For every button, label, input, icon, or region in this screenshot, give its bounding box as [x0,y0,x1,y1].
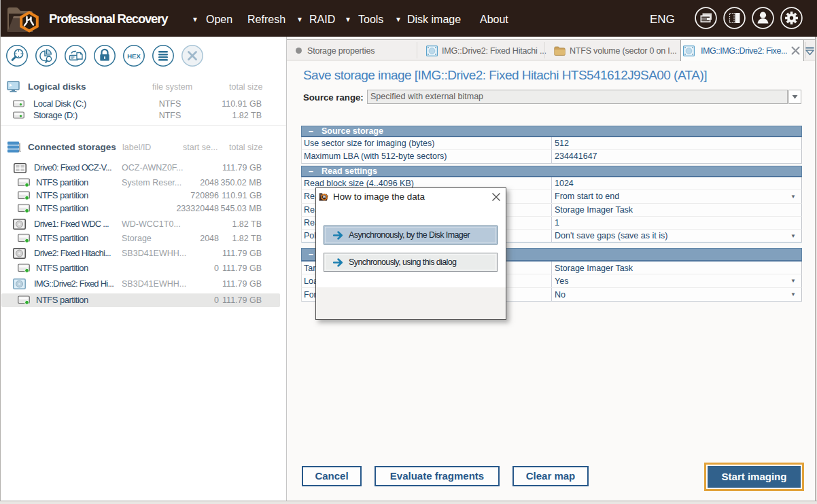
svg-text:HEX: HEX [127,52,141,60]
